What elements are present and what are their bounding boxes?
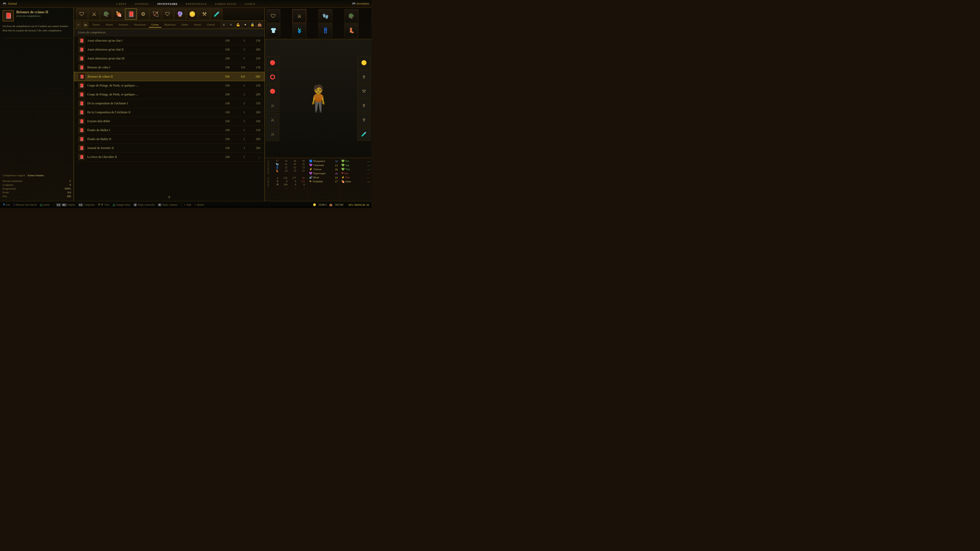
stat-name: 🔵 Éloquence bbox=[309, 159, 325, 163]
cat-icon-helmet[interactable]: 🪖 bbox=[100, 8, 112, 20]
equip-slot-0[interactable]: 🛡 bbox=[266, 9, 280, 23]
armor-row-1: 🧤21 35 35 bbox=[270, 162, 306, 166]
action-quitter-label: Quitter bbox=[197, 203, 204, 206]
btn-o-icon2: ○ bbox=[194, 203, 196, 206]
filter-icon[interactable]: ≡ bbox=[76, 22, 81, 27]
cat-icon-shield2[interactable]: 🛡 bbox=[162, 8, 173, 20]
mini-slot-1[interactable]: ⭕ bbox=[266, 70, 279, 84]
list-item-selected[interactable]: 📕 Briseurs de crânes II 100 0.8 200 bbox=[74, 72, 264, 81]
stat-force: 💚 For — bbox=[341, 159, 370, 163]
item-icon-6: 📕 bbox=[78, 91, 85, 98]
armor-stats-col: ARMURES 🛡13 14 16 🧤21 35 35 bbox=[265, 158, 307, 201]
weapon-row-0: ⚔155 177 30 bbox=[270, 176, 306, 179]
nav-personnage[interactable]: PERSONNAGE bbox=[184, 2, 208, 6]
center-panel: 🛡 ⚔ 🪖 🍖 📕 ⚙ 🏹 🛡 🔮 🪙 ⚒ 🧪 ≡ Az Toutes Arme… bbox=[74, 8, 264, 201]
stat-eloquence: 🔵 Éloquence 30 bbox=[309, 159, 338, 163]
journal-nav[interactable]: 🎮 Journal bbox=[3, 2, 17, 6]
list-item[interactable]: 📕 Briseurs de crâne I 100 0.8 150 bbox=[74, 63, 264, 72]
armor-row-0: 🛡13 14 16 bbox=[270, 159, 306, 162]
sort-sword-icon[interactable]: ⚔ bbox=[221, 21, 227, 28]
mini-slot-r2[interactable]: ⚒ bbox=[357, 85, 371, 98]
tab-materiaux[interactable]: Matériaux bbox=[162, 22, 178, 27]
cat-icon-potion[interactable]: 🧪 bbox=[211, 8, 223, 20]
cat-icon-shield[interactable]: 🛡 bbox=[76, 8, 88, 20]
mini-slot-r1[interactable]: 🗡 bbox=[357, 70, 371, 84]
stat-bruit: 🔊 Bruit 22 bbox=[309, 176, 338, 179]
controller-icon-right: 🎮 bbox=[352, 2, 356, 5]
stat-val: 30 bbox=[335, 168, 338, 171]
item-desc: Un livre de compétences sur le Combat au… bbox=[3, 24, 71, 32]
currency-value: 22280.3 bbox=[318, 203, 327, 206]
sort-lock-icon[interactable]: 🔒 bbox=[249, 21, 256, 28]
list-item[interactable]: 📕 Études du Maître II 100 1 200 bbox=[74, 135, 264, 144]
tab-armes[interactable]: Armes bbox=[103, 22, 115, 27]
list-item[interactable]: 📕 Aussi silencieux qu'un chat II 100 1 2… bbox=[74, 45, 264, 54]
left-panel: 📕 Briseurs de crânes II Livre de compéte… bbox=[0, 8, 74, 201]
sort-az-icon[interactable]: Az bbox=[83, 22, 88, 27]
sort-hash-icon[interactable]: # bbox=[228, 21, 234, 28]
equip-slot-1[interactable]: ⚔ bbox=[293, 9, 306, 23]
tab-armures[interactable]: Armures bbox=[116, 22, 131, 27]
item-icon-11: 📕 bbox=[78, 136, 85, 142]
list-item[interactable]: 📕 Études du Maître I 100 1 150 bbox=[74, 126, 264, 135]
cat-icon-sword[interactable]: ⚔ bbox=[88, 8, 100, 20]
equip-slot-3[interactable]: 🪖 bbox=[345, 9, 358, 23]
mini-slot-r4[interactable]: 🗡 bbox=[357, 113, 371, 127]
cat-icon-coin[interactable]: 🪙 bbox=[186, 8, 198, 20]
equip-slot-7[interactable]: 👢 bbox=[345, 24, 358, 37]
list-item[interactable]: 📕 De la Composition de l'Alchimie II 100… bbox=[74, 108, 264, 117]
tab-livres[interactable]: Livres bbox=[149, 22, 161, 27]
mini-slot-0[interactable]: 🔴 bbox=[266, 56, 279, 69]
cat-icon-bow[interactable]: 🏹 bbox=[150, 8, 161, 20]
equip-slot-6[interactable]: 👖 bbox=[318, 24, 332, 37]
stat-val: — bbox=[367, 172, 370, 175]
stat-name: 💜 Équivoque bbox=[309, 171, 325, 175]
list-item[interactable]: 📕 De la composition de l'alchimie I 100 … bbox=[74, 99, 264, 108]
list-item[interactable]: 📕 Journal de forestier II 100 1 200 bbox=[74, 144, 264, 152]
list-item[interactable]: 📕 La force du Chevalier II 100 1 ... bbox=[74, 152, 264, 162]
tab-cheval[interactable]: Cheval bbox=[204, 22, 217, 27]
list-item[interactable]: 📕 Coups de Poings, de Pieds, et quelques… bbox=[74, 90, 264, 99]
mini-slot-r5[interactable]: 🧪 bbox=[357, 127, 371, 141]
stat-name: 🔊 Bruit bbox=[309, 176, 319, 179]
stat-val: 30 bbox=[335, 160, 338, 163]
armor-row-3: 👢14 15 15 bbox=[270, 169, 306, 172]
cat-icon-book[interactable]: 📕 bbox=[125, 8, 137, 20]
action-cheval-label: Envoyer vers cheval bbox=[16, 203, 37, 206]
stat-val: — bbox=[367, 164, 370, 167]
list-item[interactable]: 📕 Aussi silencieux qu'un chat I 100 1 15… bbox=[74, 36, 264, 45]
mini-slot-2[interactable]: 🔴 bbox=[266, 85, 279, 98]
mini-slot-3[interactable]: ⚔ bbox=[266, 99, 279, 112]
equip-slot-2[interactable]: 🧤 bbox=[318, 9, 332, 23]
inventory-area[interactable]: Livres de compétences 📕 Aussi silencieux… bbox=[74, 29, 264, 201]
nav-carte[interactable]: CARTE bbox=[115, 2, 128, 6]
action-ceinture: R Empl. ceinture bbox=[158, 203, 177, 206]
sort-bag-icon[interactable]: 👜 bbox=[256, 21, 263, 28]
mini-slot-r3[interactable]: 🗡 bbox=[357, 99, 371, 112]
equip-slot-5[interactable]: 🩱 bbox=[293, 24, 306, 37]
item-icon-7: 📕 bbox=[78, 100, 85, 106]
cat-icon-tool[interactable]: ⚒ bbox=[199, 8, 210, 20]
cat-icon-gear[interactable]: ⚙ bbox=[137, 8, 149, 20]
mini-slot-4[interactable]: ⚔ bbox=[266, 113, 279, 127]
sort-icons: ⚔ # 💪 ♥ 🔒 👜 bbox=[221, 21, 263, 28]
sort-str-icon[interactable]: 💪 bbox=[235, 21, 242, 28]
btn-l2-icon: L2 bbox=[78, 203, 83, 206]
mini-slot-r0[interactable]: 🟡 bbox=[357, 56, 371, 69]
tab-quete[interactable]: Quête bbox=[179, 22, 191, 27]
nav-inventaire[interactable]: INVENTAIRE bbox=[156, 2, 179, 6]
list-item[interactable]: 📕 Aussi silencieux qu'un chat III 100 1 … bbox=[74, 54, 264, 63]
tab-autres[interactable]: Autres bbox=[191, 22, 204, 27]
tab-toutes[interactable]: Toutes bbox=[90, 22, 102, 27]
nav-journal[interactable]: JOURNAL bbox=[133, 2, 151, 6]
tab-nourriture[interactable]: Nourriture bbox=[131, 22, 148, 27]
sort-heart-icon[interactable]: ♥ bbox=[242, 21, 248, 28]
cat-icon-food[interactable]: 🍖 bbox=[113, 8, 124, 20]
cat-icon-magic[interactable]: 🔮 bbox=[174, 8, 186, 20]
nav-codex[interactable]: CODEX bbox=[243, 2, 257, 6]
list-item[interactable]: 📕 Coups de Poings, de Pieds, et quelques… bbox=[74, 81, 264, 90]
equip-slot-4[interactable]: 👕 bbox=[266, 24, 280, 37]
list-item[interactable]: 📕 Extraits dela Bible 100 1 100 bbox=[74, 117, 264, 126]
nav-fabrication[interactable]: FABRICATION bbox=[213, 2, 238, 6]
mini-slot-5[interactable]: ⚔ bbox=[266, 127, 279, 141]
